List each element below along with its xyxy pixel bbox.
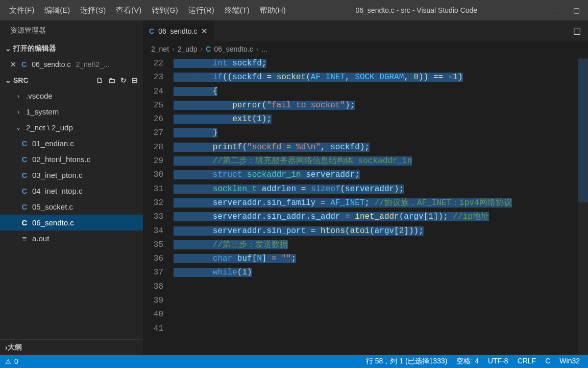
code-line[interactable]: ········//第三步：发送数据 xyxy=(174,238,588,252)
menu-item[interactable]: 查看(V) xyxy=(111,0,146,20)
menu-item[interactable]: 终端(T) xyxy=(219,0,255,20)
code-line[interactable]: ········{ xyxy=(174,85,588,99)
open-file-path: 2_net\2_... xyxy=(76,60,109,68)
code-line[interactable]: ········serveraddr.sin_family = AF_INET;… xyxy=(174,196,588,210)
code-line[interactable]: ········int sockfd; xyxy=(174,57,588,71)
file-label: 05_socket.c xyxy=(32,202,73,211)
file-label: 01_endian.c xyxy=(32,139,74,148)
code-line[interactable]: ········serveraddr.sin_port = htons(atoi… xyxy=(174,224,588,238)
c-file-icon: C xyxy=(20,218,29,227)
menu-item[interactable]: 转到(G) xyxy=(146,0,183,20)
folder-vscode[interactable]: ›.vscode xyxy=(0,88,143,104)
folder-1-system[interactable]: ›1_system xyxy=(0,104,143,120)
status-eol[interactable]: CRLF xyxy=(518,357,536,366)
window-controls: — ▢ xyxy=(542,0,588,20)
binary-file-icon: ≡ xyxy=(20,234,29,243)
new-file-icon[interactable]: 🗋 xyxy=(96,76,103,84)
tab-06-sendto[interactable]: C 06_sendto.c ✕ xyxy=(143,20,214,41)
menu-item[interactable]: 选择(S) xyxy=(75,0,111,20)
status-cursor[interactable]: 行 58，列 1 (已选择1333) xyxy=(366,357,448,366)
minimap-highlight xyxy=(578,59,588,202)
close-tab-icon[interactable]: ✕ xyxy=(201,27,208,36)
folder-2-net[interactable]: ⌄2_net \ 2_udp xyxy=(0,120,143,135)
c-file-icon: C xyxy=(20,139,29,148)
new-folder-icon[interactable]: 🗀 xyxy=(108,76,115,84)
chevron-right-icon: › xyxy=(14,108,22,116)
outline-header[interactable]: › 大纲 xyxy=(0,339,143,355)
breadcrumb-item[interactable]: 06_sendto.c xyxy=(214,45,253,53)
refresh-icon[interactable]: ↻ xyxy=(120,76,127,84)
menu-item[interactable]: 帮助(H) xyxy=(255,0,291,20)
file-tree: ›.vscode ›1_system ⌄2_net \ 2_udp C01_en… xyxy=(0,88,143,339)
menu-item[interactable]: 运行(R) xyxy=(183,0,219,20)
main-area: 资源管理器 ⌄ 打开的编辑器 ✕ C 06_sendto.c 2_net\2_.… xyxy=(0,20,588,355)
close-icon[interactable]: ✕ xyxy=(10,60,16,68)
src-header[interactable]: ⌄ SRC 🗋 🗀 ↻ ⊟ xyxy=(0,73,143,88)
titlebar: 文件(F)编辑(E)选择(S)查看(V)转到(G)运行(R)终端(T)帮助(H)… xyxy=(0,0,588,20)
code-line[interactable]: ········printf("sockfd = %d\n", sockfd); xyxy=(174,141,588,154)
menu-item[interactable]: 文件(F) xyxy=(4,0,39,20)
code-line[interactable]: ········struct sockaddr_in serveraddr; xyxy=(174,168,588,182)
chevron-down-icon: ⌄ xyxy=(14,124,22,131)
status-bar: ⚠ 0 行 58，列 1 (已选择1333) 空格: 4 UTF-8 CRLF … xyxy=(0,355,588,368)
file-01-endian[interactable]: C01_endian.c xyxy=(0,135,143,151)
code-line[interactable]: ········while(1) xyxy=(174,266,588,280)
outline-label: 大纲 xyxy=(8,343,22,352)
explorer-actions: 🗋 🗀 ↻ ⊟ xyxy=(96,76,143,84)
c-file-icon: C xyxy=(149,27,154,35)
status-spaces[interactable]: 空格: 4 xyxy=(456,357,479,366)
file-a-out[interactable]: ≡a.out xyxy=(0,231,143,246)
warning-icon[interactable]: ⚠ xyxy=(5,358,11,365)
status-problems[interactable]: 0 xyxy=(14,357,18,365)
c-file-icon: C xyxy=(20,155,29,164)
file-02-htonl[interactable]: C02_htonl_htons.c xyxy=(0,151,143,167)
sidebar: 资源管理器 ⌄ 打开的编辑器 ✕ C 06_sendto.c 2_net\2_.… xyxy=(0,20,143,355)
file-03-inet-pton[interactable]: C03_inet_pton.c xyxy=(0,167,143,183)
line-gutter: 2223242526272829303132333435363738394041 xyxy=(143,57,174,355)
status-os[interactable]: Win32 xyxy=(559,357,580,366)
status-language[interactable]: C xyxy=(545,357,550,366)
code-line[interactable]: ········char buf[N] = ""; xyxy=(174,252,588,266)
minimap[interactable] xyxy=(578,57,588,355)
file-04-inet-ntop[interactable]: C04_inet_ntop.c xyxy=(0,183,143,199)
open-editors-label: 打开的编辑器 xyxy=(13,44,56,53)
chevron-down-icon: ⌄ xyxy=(5,44,13,53)
code-line[interactable]: ············exit(1); xyxy=(174,112,588,126)
folder-label: 2_net \ 2_udp xyxy=(26,123,73,132)
code-editor[interactable]: 2223242526272829303132333435363738394041… xyxy=(143,57,588,355)
open-editors-header[interactable]: ⌄ 打开的编辑器 xyxy=(0,41,143,56)
status-encoding[interactable]: UTF-8 xyxy=(488,357,508,366)
chevron-right-icon: › xyxy=(172,45,175,53)
code-line[interactable]: ········} xyxy=(174,126,588,140)
file-label: 04_inet_ntop.c xyxy=(32,187,82,195)
window-title: 06_sendto.c - src - Visual Studio Code xyxy=(291,6,542,14)
status-right: 行 58，列 1 (已选择1333) 空格: 4 UTF-8 CRLF C Wi… xyxy=(366,357,588,366)
code-line[interactable]: ············perror("fail to socket"); xyxy=(174,99,588,112)
code-line[interactable]: ········serveraddr.sin_addr.s_addr = ine… xyxy=(174,210,588,224)
editor-tabs: C 06_sendto.c ✕ ◫ xyxy=(143,20,588,41)
file-06-sendto[interactable]: C06_sendto.c xyxy=(0,215,143,231)
code-lines[interactable]: ········int sockfd;········if((sockfd = … xyxy=(174,57,588,355)
c-file-icon: C xyxy=(206,45,211,53)
breadcrumb[interactable]: 2_net › 2_udp › C 06_sendto.c › ... xyxy=(143,41,588,57)
chevron-right-icon: › xyxy=(256,45,259,53)
menu-item[interactable]: 编辑(E) xyxy=(39,0,75,20)
split-editor-icon[interactable]: ◫ xyxy=(566,20,588,41)
file-05-socket[interactable]: C05_socket.c xyxy=(0,199,143,215)
code-line[interactable]: ········//第二步：填充服务器网络信息结构体 sockaddr_in xyxy=(174,154,588,168)
breadcrumb-item[interactable]: 2_net xyxy=(151,45,169,53)
breadcrumb-item[interactable]: ... xyxy=(261,45,267,53)
code-line[interactable]: ········if((sockfd = socket(AF_INET, SOC… xyxy=(174,71,588,84)
file-label: 02_htonl_htons.c xyxy=(32,155,90,164)
open-editor-item[interactable]: ✕ C 06_sendto.c 2_net\2_... xyxy=(0,56,143,73)
minimize-button[interactable]: — xyxy=(542,0,565,20)
maximize-button[interactable]: ▢ xyxy=(565,0,588,20)
src-label: SRC xyxy=(13,76,29,84)
folder-label: 1_system xyxy=(26,107,59,116)
c-file-icon: C xyxy=(21,60,27,68)
breadcrumb-item[interactable]: 2_udp xyxy=(178,45,198,53)
code-line[interactable]: ········socklen_t addrlen = sizeof(serve… xyxy=(174,182,588,196)
sidebar-title: 资源管理器 xyxy=(0,20,143,41)
c-file-icon: C xyxy=(20,171,29,179)
collapse-icon[interactable]: ⊟ xyxy=(132,76,138,84)
